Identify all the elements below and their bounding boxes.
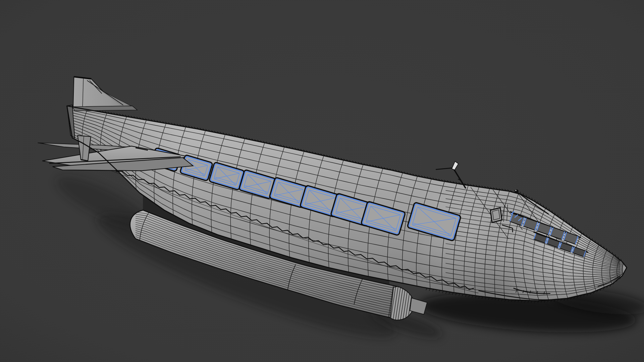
scene-canvas[interactable] bbox=[0, 0, 644, 362]
door-panel bbox=[490, 208, 502, 223]
viewport-canvas[interactable] bbox=[0, 0, 644, 362]
knob-highlight bbox=[515, 190, 516, 191]
